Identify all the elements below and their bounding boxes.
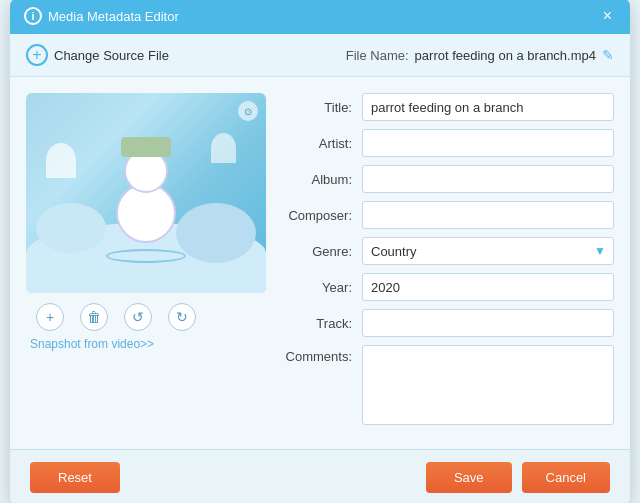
dialog-title: Media Metadata Editor	[48, 9, 179, 24]
title-bar-left: i Media Metadata Editor	[24, 7, 179, 25]
file-name-area: File Name: parrot feeding on a branch.mp…	[346, 47, 614, 63]
snowman-hat	[121, 137, 171, 157]
toolbar: + Change Source File File Name: parrot f…	[10, 34, 630, 77]
water-ripple	[106, 249, 186, 263]
title-label: Title:	[282, 100, 362, 115]
footer-right-buttons: Save Cancel	[426, 462, 610, 493]
genre-select-wrapper: Country Pop Rock Jazz Classical ▼	[362, 237, 614, 265]
album-label: Album:	[282, 172, 362, 187]
edit-filename-icon[interactable]: ✎	[602, 47, 614, 63]
snow-pile-left	[36, 203, 106, 253]
plus-circle-icon: +	[26, 44, 48, 66]
redo-button[interactable]: ↻	[168, 303, 196, 331]
genre-label: Genre:	[282, 244, 362, 259]
form-row-genre: Genre: Country Pop Rock Jazz Classical ▼	[282, 237, 614, 265]
undo-button[interactable]: ↺	[124, 303, 152, 331]
comments-textarea[interactable]	[362, 345, 614, 425]
left-panel: ⊙ + 🗑 ↺ ↻ Snapshot from video>>	[26, 93, 266, 433]
reset-button[interactable]: Reset	[30, 462, 120, 493]
change-source-label: Change Source File	[54, 48, 169, 63]
track-label: Track:	[282, 316, 362, 331]
year-label: Year:	[282, 280, 362, 295]
artist-input[interactable]	[362, 129, 614, 157]
ghost-decoration-2	[211, 133, 236, 163]
cancel-button[interactable]: Cancel	[522, 462, 610, 493]
add-thumbnail-button[interactable]: +	[36, 303, 64, 331]
file-name-value: parrot feeding on a branch.mp4	[415, 48, 596, 63]
composer-input[interactable]	[362, 201, 614, 229]
snow-pile-right	[176, 203, 256, 263]
form-row-artist: Artist:	[282, 129, 614, 157]
track-input[interactable]	[362, 309, 614, 337]
change-source-button[interactable]: + Change Source File	[26, 44, 169, 66]
form-row-year: Year:	[282, 273, 614, 301]
close-button[interactable]: ×	[599, 6, 616, 26]
thumbnail-preview: ⊙	[26, 93, 266, 293]
comments-label: Comments:	[282, 345, 362, 364]
form-row-composer: Composer:	[282, 201, 614, 229]
year-input[interactable]	[362, 273, 614, 301]
form-row-title: Title:	[282, 93, 614, 121]
media-metadata-editor-dialog: i Media Metadata Editor × + Change Sourc…	[10, 0, 630, 503]
form-row-album: Album:	[282, 165, 614, 193]
main-content: ⊙ + 🗑 ↺ ↻ Snapshot from video>> Title: A…	[10, 77, 630, 449]
form-row-comments: Comments:	[282, 345, 614, 425]
delete-thumbnail-button[interactable]: 🗑	[80, 303, 108, 331]
artist-label: Artist:	[282, 136, 362, 151]
title-bar: i Media Metadata Editor ×	[10, 0, 630, 34]
thumbnail-controls: + 🗑 ↺ ↻	[26, 303, 266, 331]
thumbnail-scene	[26, 93, 266, 293]
ghost-decoration-1	[46, 143, 76, 178]
thumbnail-overlay-icon: ⊙	[238, 101, 258, 121]
footer: Reset Save Cancel	[10, 449, 630, 503]
genre-select[interactable]: Country Pop Rock Jazz Classical	[362, 237, 614, 265]
save-button[interactable]: Save	[426, 462, 512, 493]
info-icon: i	[24, 7, 42, 25]
composer-label: Composer:	[282, 208, 362, 223]
snapshot-link[interactable]: Snapshot from video>>	[26, 337, 266, 351]
file-name-label: File Name:	[346, 48, 409, 63]
album-input[interactable]	[362, 165, 614, 193]
form-row-track: Track:	[282, 309, 614, 337]
title-input[interactable]	[362, 93, 614, 121]
right-panel: Title: Artist: Album: Composer: Genre: C…	[282, 93, 614, 433]
